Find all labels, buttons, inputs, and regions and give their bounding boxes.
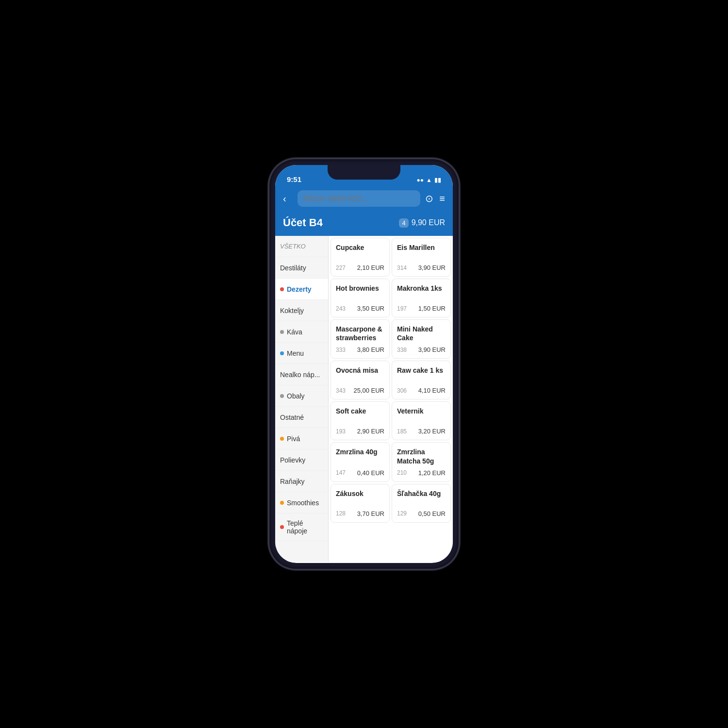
sidebar-item-4[interactable]: Káva [275, 321, 328, 343]
product-name: Veternik [397, 407, 446, 415]
product-price: 3,80 EUR [357, 346, 384, 353]
product-name: Raw cake 1 ks [397, 366, 446, 375]
sidebar-item-label: Obaly [287, 392, 305, 400]
status-icons: ●● ▲ ▮▮ [417, 177, 441, 183]
product-name: Cupcake [336, 243, 384, 252]
product-card[interactable]: Zmrzlina 40g1470,40 EUR [331, 442, 390, 481]
sidebar-item-10[interactable]: Polievky [275, 449, 328, 471]
product-code: 193 [336, 428, 346, 435]
product-price: 3,50 EUR [357, 305, 384, 312]
sidebar-item-label: Smoothies [287, 499, 319, 507]
products-area: Cupcake2272,10 EUREis Marillen3143,90 EU… [329, 236, 453, 562]
account-title: Účet B4 [283, 216, 323, 229]
phone-screen: 9:51 ●● ▲ ▮▮ ‹ ⊙ ≡ Účet B4 4 9,90 EUR [275, 165, 453, 563]
product-code: 129 [397, 510, 407, 517]
category-dot [280, 394, 284, 398]
product-price: 3,20 EUR [418, 428, 446, 435]
wifi-icon: ▲ [426, 177, 432, 183]
sidebar-item-label: Kokteljy [280, 307, 304, 314]
sidebar-item-12[interactable]: Smoothies [275, 492, 328, 513]
sidebar-item-label: VŠETKO [280, 243, 306, 250]
product-card[interactable]: Soft cake1932,90 EUR [331, 401, 390, 440]
battery-icon: ▮▮ [434, 177, 441, 183]
product-name: Zmrzlina 40g [336, 447, 384, 456]
search-input[interactable] [298, 190, 420, 207]
product-code: 128 [336, 510, 346, 517]
product-name: Šľahačka 40g [397, 489, 446, 498]
product-price: 3,70 EUR [357, 510, 384, 517]
sidebar-item-11[interactable]: Raňajky [275, 471, 328, 492]
total-amount: 9,90 EUR [412, 218, 445, 227]
products-grid: Cupcake2272,10 EUREis Marillen3143,90 EU… [331, 238, 451, 523]
category-dot [280, 330, 284, 334]
account-bar: Účet B4 4 9,90 EUR [275, 213, 453, 236]
signal-icon: ●● [417, 177, 424, 183]
product-card[interactable]: Šľahačka 40g1290,50 EUR [392, 484, 451, 523]
sidebar-item-label: Menu [287, 349, 304, 357]
sidebar-item-label: Nealko náp... [280, 371, 320, 379]
sidebar-item-9[interactable]: Pivá [275, 428, 328, 449]
category-dot [280, 525, 284, 529]
product-code: 333 [336, 347, 346, 353]
product-price: 2,10 EUR [357, 264, 384, 271]
product-card[interactable]: Mascarpone & strawberries3333,80 EUR [331, 319, 390, 359]
product-name: Makronka 1ks [397, 284, 446, 293]
sidebar-item-2[interactable]: Dezerty [275, 279, 328, 300]
category-dot [280, 437, 284, 441]
header-action-icons: ⊙ ≡ [425, 193, 445, 204]
phone-device: 9:51 ●● ▲ ▮▮ ‹ ⊙ ≡ Účet B4 4 9,90 EUR [269, 159, 459, 569]
sidebar-item-13[interactable]: Teplé nápoje [275, 513, 328, 541]
sidebar-item-7[interactable]: Obaly [275, 385, 328, 407]
product-price: 25,00 EUR [353, 387, 384, 394]
sidebar-item-label: Káva [287, 328, 302, 336]
sidebar-item-8[interactable]: Ostatné [275, 407, 328, 428]
product-code: 197 [397, 305, 407, 312]
sidebar-item-6[interactable]: Nealko náp... [275, 364, 328, 385]
product-name: Zákusok [336, 489, 384, 498]
sidebar-item-label: Raňajky [280, 478, 305, 485]
sidebar-item-label: Teplé nápoje [287, 519, 323, 535]
product-card[interactable]: Zmrzlina Matcha 50g2101,20 EUR [392, 442, 451, 481]
product-name: Mascarpone & strawberries [336, 325, 384, 342]
sidebar-item-label: Dezerty [287, 285, 312, 293]
product-card[interactable]: Zákusok1283,70 EUR [331, 484, 390, 523]
product-code: 314 [397, 265, 407, 271]
product-price: 0,40 EUR [357, 469, 384, 477]
product-code: 147 [336, 469, 346, 476]
category-dot [280, 501, 284, 505]
sidebar-item-1[interactable]: Destiláty [275, 257, 328, 279]
sidebar-item-3[interactable]: Kokteljy [275, 300, 328, 321]
product-card[interactable]: Mini Naked Cake3383,90 EUR [392, 319, 451, 359]
category-dot [280, 287, 284, 291]
back-button[interactable]: ‹ [283, 193, 293, 204]
product-name: Soft cake [336, 407, 384, 415]
product-name: Eis Marillen [397, 243, 446, 252]
item-count-badge: 4 [399, 218, 408, 228]
product-price: 0,50 EUR [418, 510, 446, 517]
product-code: 306 [397, 387, 407, 394]
product-price: 1,50 EUR [418, 305, 446, 312]
product-price: 3,90 EUR [418, 264, 446, 271]
sidebar-item-5[interactable]: Menu [275, 343, 328, 364]
sidebar-item-label: Ostatné [280, 414, 304, 421]
product-code: 343 [336, 387, 346, 394]
product-card[interactable]: Makronka 1ks1971,50 EUR [392, 279, 451, 317]
camera-icon[interactable]: ⊙ [425, 193, 433, 204]
product-code: 338 [397, 347, 407, 353]
product-card[interactable]: Cupcake2272,10 EUR [331, 238, 390, 277]
product-name: Mini Naked Cake [397, 325, 446, 342]
main-content: VŠETKODestilátyDezertyKokteljyKávaMenuNe… [275, 236, 453, 562]
list-view-icon[interactable]: ≡ [439, 193, 445, 204]
product-price: 1,20 EUR [418, 469, 446, 477]
product-card[interactable]: Eis Marillen3143,90 EUR [392, 238, 451, 277]
sidebar-item-0[interactable]: VŠETKO [275, 236, 328, 257]
sidebar-item-label: Destiláty [280, 264, 306, 272]
product-card[interactable]: Veternik1853,20 EUR [392, 401, 451, 440]
product-name: Hot brownies [336, 284, 384, 293]
product-name: Zmrzlina Matcha 50g [397, 447, 446, 465]
product-card[interactable]: Hot brownies2433,50 EUR [331, 279, 390, 317]
product-card[interactable]: Raw cake 1 ks3064,10 EUR [392, 361, 451, 399]
product-name: Ovocná misa [336, 366, 384, 375]
product-card[interactable]: Ovocná misa34325,00 EUR [331, 361, 390, 399]
header: ‹ ⊙ ≡ [275, 186, 453, 213]
